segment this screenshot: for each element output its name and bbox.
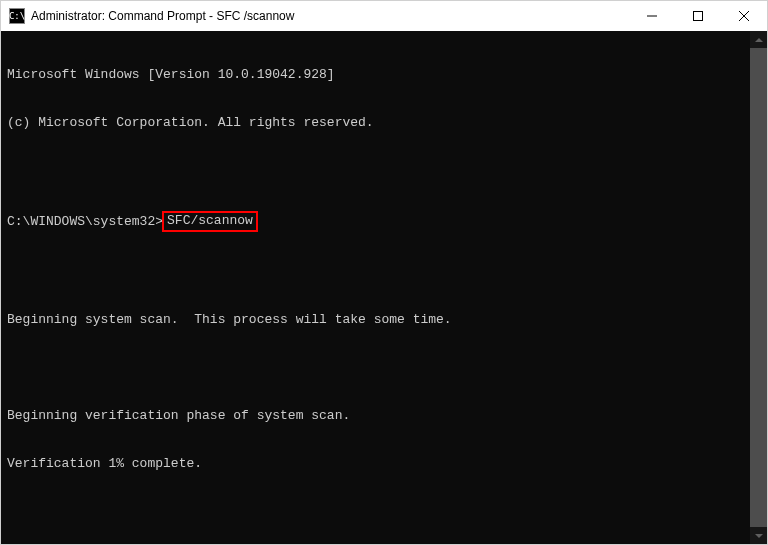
command-text: SFC/scannow — [167, 213, 253, 228]
minimize-button[interactable] — [629, 1, 675, 31]
app-icon: C:\ — [9, 8, 25, 24]
blank-line — [7, 163, 744, 179]
vertical-scrollbar[interactable] — [750, 31, 767, 544]
console-line-verification: Beginning verification phase of system s… — [7, 408, 744, 424]
command-prompt-window: C:\ Administrator: Command Prompt - SFC … — [0, 0, 768, 545]
window-title: Administrator: Command Prompt - SFC /sca… — [31, 9, 629, 23]
blank-line — [7, 360, 744, 376]
blank-line — [7, 264, 744, 280]
minimize-icon — [647, 11, 657, 21]
svg-rect-1 — [694, 12, 703, 21]
window-controls — [629, 1, 767, 31]
app-icon-text: C:\ — [9, 11, 25, 21]
close-icon — [739, 11, 749, 21]
scrollbar-up-button[interactable] — [750, 31, 767, 48]
maximize-button[interactable] — [675, 1, 721, 31]
chevron-down-icon — [755, 534, 763, 538]
scrollbar-track[interactable] — [750, 48, 767, 527]
console-content[interactable]: Microsoft Windows [Version 10.0.19042.92… — [1, 31, 750, 544]
titlebar[interactable]: C:\ Administrator: Command Prompt - SFC … — [1, 1, 767, 31]
console-line-copyright: (c) Microsoft Corporation. All rights re… — [7, 115, 744, 131]
close-button[interactable] — [721, 1, 767, 31]
scrollbar-down-button[interactable] — [750, 527, 767, 544]
command-highlight: SFC/scannow — [162, 211, 258, 232]
console-prompt: C:\WINDOWS\system32> — [7, 214, 163, 230]
console-area: Microsoft Windows [Version 10.0.19042.92… — [1, 31, 767, 544]
console-line-progress: Verification 1% complete. — [7, 456, 744, 472]
console-line-version: Microsoft Windows [Version 10.0.19042.92… — [7, 67, 744, 83]
scrollbar-thumb[interactable] — [750, 48, 767, 527]
maximize-icon — [693, 11, 703, 21]
console-line-scan-begin: Beginning system scan. This process will… — [7, 312, 744, 328]
chevron-up-icon — [755, 38, 763, 42]
prompt-line: C:\WINDOWS\system32>SFC/scannow — [7, 211, 744, 232]
